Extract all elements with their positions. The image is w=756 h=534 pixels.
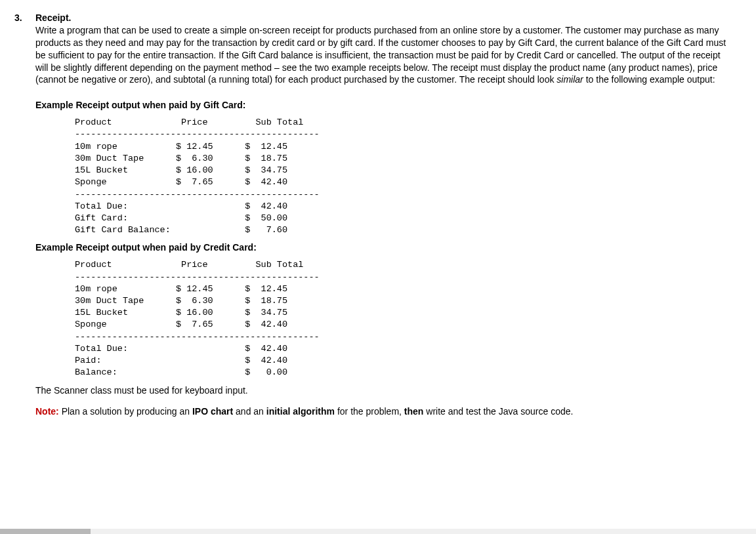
receipt-creditcard: Product Price Sub Total ----------------… [75,259,730,379]
similar-word: similar [556,74,583,85]
note-a: Plan a solution by producing an [59,406,192,417]
question-block: 3. Receipt. Write a program that can be … [14,12,730,418]
note-b: and an [233,406,266,417]
note-label: Note: [35,406,59,417]
final-note: Note: Plan a solution by producing an IP… [35,405,730,418]
question-paragraph: Write a program that can be used to crea… [35,25,726,85]
paragraph-tail: to the following example output: [583,74,715,85]
example1-heading: Example Receipt output when paid by Gift… [35,99,730,112]
question-title: Receipt. [35,12,71,23]
note-d: write and test the Java source code. [423,406,573,417]
receipt-giftcard: Product Price Sub Total ----------------… [75,117,730,236]
scanner-note: The Scanner class must be used for keybo… [35,384,730,397]
question-body: Receipt. Write a program that can be use… [35,12,730,418]
note-ipo: IPO chart [192,406,233,417]
question-number: 3. [14,12,35,418]
example2-heading: Example Receipt output when paid by Cred… [35,241,730,254]
note-algo: initial algorithm [266,406,335,417]
note-then: then [404,406,424,417]
note-c: for the problem, [335,406,404,417]
